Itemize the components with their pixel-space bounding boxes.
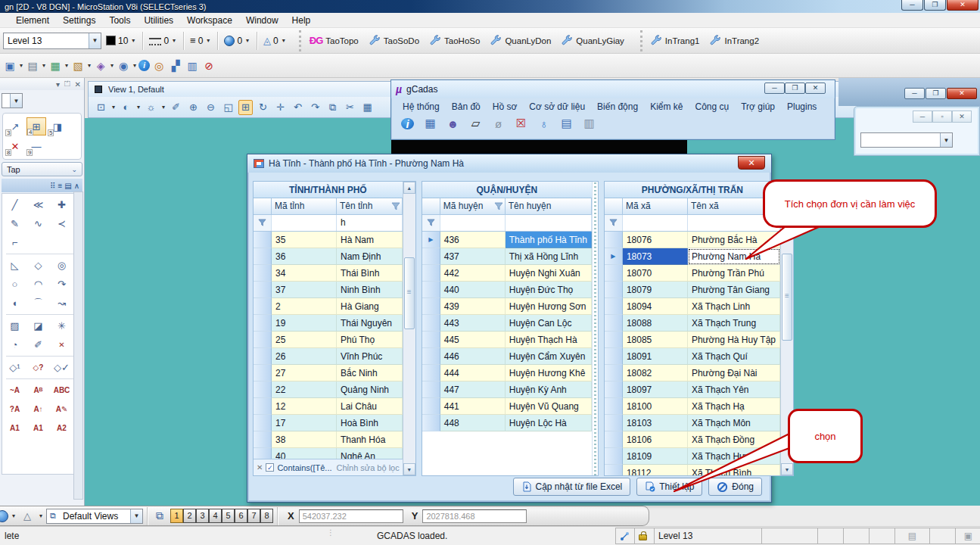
drawing-tool-icon[interactable]: ≺ bbox=[50, 214, 73, 233]
table-cell-name[interactable]: Xã Thạch Môn bbox=[688, 415, 780, 431]
drawing-tool-icon[interactable]: A1 bbox=[26, 419, 50, 438]
toolbox-tool-5[interactable]: ◨5 bbox=[48, 117, 67, 135]
gcadas-menu-4[interactable]: Biến động bbox=[592, 100, 643, 114]
table-row[interactable]: 38Thanh Hóa bbox=[254, 431, 403, 448]
table-row[interactable]: 439Huyện Hương Sơn bbox=[422, 298, 592, 315]
table-cell-code[interactable]: 2 bbox=[272, 298, 337, 315]
table-row[interactable]: 18100Xã Thạch Hạ bbox=[605, 398, 780, 415]
scroll-down-icon[interactable]: ▼ bbox=[403, 463, 415, 475]
table-cell-name[interactable]: Xã Thạch Yên bbox=[688, 382, 780, 398]
close-icon[interactable]: ✕ bbox=[75, 80, 81, 89]
material-button[interactable]: 0 ▾ bbox=[219, 31, 255, 51]
restore-button[interactable]: ❐ bbox=[924, 0, 946, 11]
view-group-icon[interactable] bbox=[0, 510, 8, 522]
table-row[interactable]: 18079Phường Tân Giang bbox=[605, 282, 780, 298]
table-cell-code[interactable]: 448 bbox=[440, 415, 506, 431]
table-cell-name[interactable]: Quảng Ninh bbox=[337, 382, 403, 398]
scrollbar-thumb[interactable] bbox=[404, 257, 415, 329]
row-indicator[interactable] bbox=[254, 398, 272, 415]
drawing-tool-icon[interactable]: ◇ bbox=[26, 256, 50, 275]
drawing-tool-icon[interactable]: ▨ bbox=[3, 316, 26, 335]
table-cell-code[interactable]: 19 bbox=[272, 315, 337, 332]
lock-cell[interactable] bbox=[635, 528, 655, 544]
filter-funnel-icon[interactable] bbox=[391, 202, 400, 211]
row-indicator[interactable] bbox=[422, 415, 440, 431]
list-small-icon[interactable]: ⠿ bbox=[50, 182, 55, 190]
table-row[interactable]: 448Huyện Lộc Hà bbox=[422, 415, 592, 431]
table-row[interactable]: 444Huyện Hương Khê bbox=[422, 365, 592, 382]
statusbar-cell[interactable]: ▣ bbox=[956, 528, 980, 544]
drawing-tool-icon[interactable]: ✳ bbox=[50, 316, 73, 335]
table-row[interactable]: ▶18073Phường Nam Hà bbox=[605, 248, 780, 265]
drawing-tool-icon[interactable]: ✎ bbox=[3, 214, 26, 233]
dialog-close-button[interactable]: ✕ bbox=[738, 156, 765, 170]
minimize-button[interactable]: ─ bbox=[913, 111, 932, 123]
drawing-tool-icon[interactable]: ◔ bbox=[3, 335, 26, 354]
chevron-down-icon[interactable]: ▾ bbox=[160, 104, 166, 111]
drawing-tool-icon[interactable]: ABC bbox=[50, 381, 73, 400]
table-icon[interactable]: ▦ bbox=[424, 115, 437, 132]
table-cell-name[interactable]: Huyện Hương Khê bbox=[506, 365, 592, 382]
row-indicator[interactable] bbox=[605, 348, 623, 365]
table-cell-code[interactable]: 27 bbox=[272, 365, 337, 382]
element-info-icon[interactable]: i bbox=[138, 60, 150, 71]
table-cell-code[interactable]: 436 bbox=[440, 232, 506, 248]
location-pin-icon[interactable]: ♁ bbox=[537, 115, 550, 132]
drawing-tool-icon[interactable]: A1 bbox=[3, 419, 26, 438]
table-cell-name[interactable]: Huyện Lộc Hà bbox=[506, 415, 592, 431]
gcadas-menu-2[interactable]: Hồ sơ bbox=[487, 100, 523, 114]
table-row[interactable]: 27Bắc Ninh bbox=[254, 365, 403, 382]
table-row[interactable]: 18076Phường Bắc Hà bbox=[605, 232, 780, 248]
close-button[interactable]: ✕ bbox=[947, 0, 978, 11]
row-indicator[interactable] bbox=[422, 282, 440, 298]
view-toggle-button-3[interactable]: 3 bbox=[196, 509, 209, 523]
update-from-excel-button[interactable]: Cập nhật từ file Excel bbox=[513, 478, 631, 496]
view-toggle-button-1[interactable]: 1 bbox=[170, 509, 183, 523]
row-indicator[interactable] bbox=[254, 431, 272, 448]
gcadas-menu-5[interactable]: Kiểm kê bbox=[645, 100, 688, 114]
restore-button[interactable]: ❐ bbox=[785, 83, 805, 94]
adjust-brightness-icon[interactable]: ☼ bbox=[144, 100, 158, 115]
table-cell-name[interactable]: Phường Tân Giang bbox=[688, 282, 780, 298]
drawing-tool-icon[interactable]: ✚ bbox=[50, 195, 73, 214]
drawing-tool-icon[interactable]: ◇¹ bbox=[3, 358, 26, 377]
update-view-icon[interactable]: ✐ bbox=[169, 100, 183, 115]
default-views-combo[interactable]: ⧉ Default Views ▼ bbox=[46, 509, 143, 524]
plugin-button-intrang2[interactable]: InTrang2 bbox=[705, 33, 764, 48]
row-indicator[interactable] bbox=[254, 298, 272, 315]
column-header[interactable]: Mã tỉnh bbox=[272, 198, 337, 215]
row-indicator[interactable] bbox=[254, 282, 272, 298]
table-cell-code[interactable]: 36 bbox=[272, 248, 337, 265]
gcadas-menu-6[interactable]: Công cụ bbox=[690, 100, 735, 114]
child-minimize-button[interactable]: ─ bbox=[904, 88, 925, 99]
table-cell-code[interactable]: 18070 bbox=[623, 265, 688, 282]
table-cell-name[interactable]: Phường Nam Hà bbox=[688, 248, 780, 265]
column-header[interactable]: Mã xã bbox=[623, 198, 688, 215]
zoom-out-icon[interactable]: ⊖ bbox=[204, 100, 218, 115]
table-row[interactable]: 18097Xã Thạch Yên bbox=[605, 382, 780, 398]
drawing-tool-icon[interactable]: Aᴮ bbox=[26, 381, 50, 400]
table-cell-name[interactable]: Xã Thạch Trung bbox=[688, 315, 780, 332]
filter-funnel-icon[interactable] bbox=[494, 202, 503, 211]
chevron-down-icon[interactable]: ▾ bbox=[205, 37, 211, 44]
table-cell-code[interactable]: 22 bbox=[272, 382, 337, 398]
row-indicator[interactable] bbox=[605, 382, 623, 398]
chevron-down-icon[interactable]: ▼ bbox=[10, 94, 22, 107]
transparency-button[interactable]: ◬ 0 ▾ bbox=[259, 31, 291, 51]
view-toggle-button-6[interactable]: 6 bbox=[235, 509, 247, 523]
table-cell-name[interactable]: Thái Nguyên bbox=[337, 315, 403, 332]
table-cell-name[interactable]: Hoà Bình bbox=[337, 415, 403, 431]
table-cell-name[interactable]: Nam Định bbox=[337, 248, 403, 265]
column-header[interactable]: Mã huyện bbox=[440, 198, 506, 215]
row-indicator[interactable] bbox=[422, 365, 440, 382]
table-row[interactable]: 40Nghệ An bbox=[254, 448, 403, 459]
table-cell-code[interactable]: 40 bbox=[272, 448, 337, 459]
row-indicator[interactable] bbox=[254, 232, 272, 248]
tasks-scrollbar[interactable] bbox=[73, 192, 83, 500]
drawing-tool-icon[interactable]: ✐ bbox=[26, 335, 50, 354]
chevron-down-icon[interactable]: ▾ bbox=[109, 62, 115, 69]
table-cell-name[interactable]: Phường Đại Nài bbox=[688, 365, 780, 382]
menu-item-4[interactable]: Workspace bbox=[180, 14, 239, 27]
columns-icon[interactable]: ▥ bbox=[583, 115, 596, 132]
row-indicator[interactable] bbox=[254, 382, 272, 398]
